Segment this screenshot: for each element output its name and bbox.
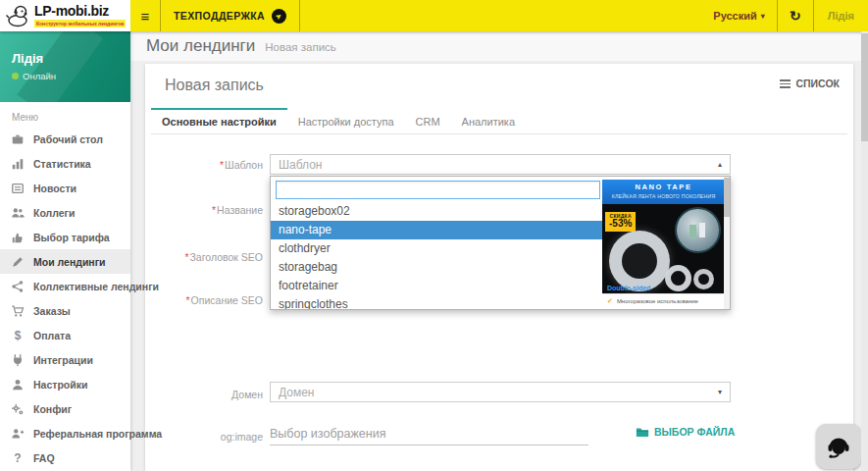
sidebar-item-referral[interactable]: Реферальная программа (0, 421, 130, 445)
pen-icon (10, 255, 26, 269)
users-icon (10, 206, 26, 220)
page-scrollbar[interactable] (861, 31, 868, 471)
domain-select-placeholder: Домен (279, 386, 315, 399)
logo-text: LP-mobi.biz Конструктор мобильных лендин… (34, 4, 126, 27)
newspaper-icon (10, 182, 26, 195)
og-image-field-label: og:image (145, 431, 263, 443)
dropdown-scrollbar-thumb[interactable] (724, 178, 730, 217)
template-dropdown-panel: storagebox02 nano-tape clothdryer storag… (270, 176, 731, 310)
dropdown-scrollbar[interactable] (724, 177, 730, 309)
check-icon: ✔ (607, 297, 613, 305)
option-nano-tape[interactable]: nano-tape (271, 221, 602, 239)
sidebar-item-integrations[interactable]: Интеграции (0, 347, 130, 372)
option-clothdryer[interactable]: clothdryer (271, 239, 602, 258)
tape-roll-small (665, 265, 691, 291)
sidebar-item-tariff[interactable]: Выбор тарифа (0, 225, 130, 249)
person-icon (10, 378, 26, 392)
list-button[interactable]: СПИСОК (780, 78, 840, 89)
online-status-dot (12, 73, 19, 79)
logo-subtitle: Конструктор мобильных лендингов (34, 20, 126, 27)
template-field-label: *Шаблон (145, 159, 263, 171)
template-search-input[interactable] (276, 181, 600, 199)
thumbs-up-icon (10, 231, 26, 244)
question-icon: ? (10, 451, 26, 465)
template-select[interactable]: Шаблон ▴ (270, 154, 731, 175)
option-springclothes[interactable]: springclothes (271, 295, 602, 310)
refresh-button[interactable]: ↻ (778, 0, 813, 31)
language-label: Русский (713, 10, 756, 22)
tab-access-settings[interactable]: Настройки доступа (287, 108, 405, 133)
topbar-spacer (300, 0, 701, 31)
headset-icon (825, 434, 852, 459)
name-field-label: *Название (145, 204, 263, 216)
support-chat-widget[interactable] (816, 424, 861, 469)
bar-chart-icon (10, 157, 26, 171)
logo-dog-icon (5, 4, 30, 27)
tab-main-settings[interactable]: Основные настройки (151, 108, 287, 133)
sidebar-item-collective-landings[interactable]: Коллективные лендинги (0, 274, 130, 298)
profile-name: Лідія (12, 51, 119, 66)
sidebar-item-my-landings[interactable]: Мои лендинги (0, 249, 130, 274)
cart-icon (10, 304, 26, 318)
preview-caption: Double-sided (607, 285, 650, 291)
option-footretainer[interactable]: footretainer (271, 277, 602, 295)
tape-roll-small (693, 269, 714, 289)
sidebar-item-desktop[interactable]: Рабочий стол (0, 127, 130, 151)
template-select-placeholder: Шаблон (279, 158, 322, 172)
option-storagebag[interactable]: storagebag (271, 258, 602, 277)
chevron-down-icon: ▾ (718, 388, 722, 396)
preview-feature-row: ✔ Многоразовое использование (602, 293, 725, 307)
sidebar-item-payment[interactable]: $ Оплата (0, 323, 130, 347)
support-button[interactable]: ТЕХПОДДЕРЖКА ➤ (161, 0, 299, 31)
sidebar-profile: Лідія Онлайн (0, 31, 130, 102)
og-image-input-underline (270, 445, 588, 445)
plug-icon (10, 353, 26, 367)
sidebar-menu: Рабочий стол Статистика Новости Коллеги … (0, 126, 130, 470)
sidebar-item-config[interactable]: Конфиг (0, 396, 130, 421)
domain-field-label: Домен (145, 389, 263, 400)
topbar: LP-mobi.biz Конструктор мобильных лендин… (0, 0, 868, 31)
breadcrumb: Новая запись (265, 41, 336, 53)
page-scrollbar-thumb[interactable] (861, 33, 868, 141)
option-storagebox02[interactable]: storagebox02 (271, 202, 602, 221)
telegram-icon: ➤ (272, 9, 286, 24)
sidebar-toggle-button[interactable]: ≡ (130, 0, 160, 31)
folder-icon (636, 427, 649, 438)
card-title: Новая запись (165, 77, 264, 94)
person-plus-icon (10, 427, 26, 441)
menu-section-label: Меню (0, 102, 130, 126)
tab-bar: Основные настройки Настройки доступа CRM… (151, 108, 847, 134)
template-preview-thumbnail: NANO TAPE КЛЕЙКАЯ ЛЕНТА НОВОГО ПОКОЛЕНИЯ… (602, 180, 725, 307)
discount-badge: СКИДКА -53% (605, 212, 636, 232)
domain-select[interactable]: Домен ▾ (270, 382, 731, 402)
profile-status: Онлайн (12, 71, 119, 81)
logo[interactable]: LP-mobi.biz Конструктор мобильных лендин… (0, 0, 130, 31)
topbar-username[interactable]: Лідія (814, 0, 868, 31)
language-selector[interactable]: Русский ▾ (701, 0, 776, 31)
sidebar-item-colleagues[interactable]: Коллеги (0, 200, 130, 225)
preview-header: NANO TAPE КЛЕЙКАЯ ЛЕНТА НОВОГО ПОКОЛЕНИЯ (602, 180, 725, 204)
choose-file-button[interactable]: ВЫБОР ФАЙЛА (636, 426, 735, 438)
og-image-input[interactable]: Выбор изображения (270, 427, 385, 441)
page-header: Мои лендинги Новая запись (130, 31, 868, 61)
list-icon (780, 79, 791, 88)
hamburger-icon: ≡ (141, 8, 150, 25)
new-record-card: Новая запись СПИСОК Основные настройки Н… (145, 64, 853, 471)
tab-crm[interactable]: CRM (405, 108, 451, 133)
sidebar-item-orders[interactable]: Заказы (0, 298, 130, 323)
tape-roll-large (609, 231, 670, 291)
chevron-down-icon: ▾ (761, 12, 765, 21)
template-options-list: storagebox02 nano-tape clothdryer storag… (271, 202, 602, 310)
sidebar: Лідія Онлайн Меню Рабочий стол Статистик… (0, 31, 130, 471)
sidebar-item-faq[interactable]: ? FAQ (0, 445, 130, 470)
sidebar-item-news[interactable]: Новости (0, 176, 130, 200)
preview-feature-text: Многоразовое использование (617, 298, 698, 304)
sidebar-item-settings[interactable]: Настройки (0, 372, 130, 396)
tab-analytics[interactable]: Аналитика (451, 108, 526, 133)
sidebar-item-statistics[interactable]: Статистика (0, 151, 130, 176)
gears-icon (10, 402, 26, 416)
preview-product-image: СКИДКА -53% Double-sided (602, 204, 725, 293)
dollar-icon: $ (10, 329, 26, 342)
preview-subtitle: КЛЕЙКАЯ ЛЕНТА НОВОГО ПОКОЛЕНИЯ (602, 193, 725, 199)
refresh-icon: ↻ (790, 8, 801, 24)
